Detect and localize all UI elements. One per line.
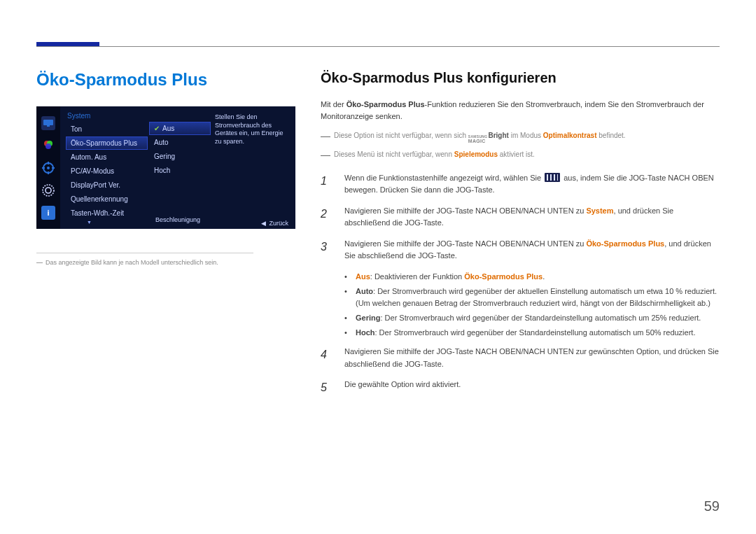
gear-icon (41, 183, 55, 197)
magic-top: SAMSUNG (468, 135, 488, 138)
step-text: Navigieren Sie mithilfe der JOG-Taste NA… (344, 205, 720, 230)
b1-key: Aus (356, 272, 370, 281)
s2-pre: Navigieren Sie mithilfe der JOG-Taste NA… (344, 206, 586, 215)
step-text: Wenn die Funktionstastenhilfe angezeigt … (344, 172, 720, 197)
svg-rect-1 (47, 125, 50, 127)
caption-rule (36, 253, 253, 253)
subsection-heading: Öko-Sparmodus Plus konfigurieren (321, 70, 720, 86)
b3-txt: : Der Stromverbrauch wird gegenüber der … (380, 314, 701, 322)
section-title: Öko-Sparmodus Plus (36, 70, 295, 90)
step-number: 3 (321, 238, 333, 262)
b4-key: Hoch (356, 328, 375, 337)
b2-txt: : Der Stromverbrauch wird gegenüber der … (356, 287, 717, 307)
s2-orange: System (586, 206, 613, 215)
samsung-magic-bright: SAMSUNGMAGICBright (468, 130, 509, 146)
osd-sub-label: Aus (162, 125, 174, 132)
bullet-dot: • (344, 327, 349, 339)
note1-pre: Diese Option ist nicht verfügbar, wenn s… (334, 132, 468, 139)
bullet-gering: •Gering: Der Stromverbrauch wird gegenüb… (344, 312, 720, 324)
osd-sub-item: Auto (149, 136, 211, 149)
step-4: 4 Navigieren Sie mithilfe der JOG-Taste … (321, 346, 720, 370)
colors-icon (41, 139, 55, 153)
note1-mid: im Modus (509, 132, 543, 139)
svg-point-6 (47, 167, 50, 169)
dash-icon: ― (321, 130, 330, 141)
osd-back-label: Zurück (269, 220, 288, 227)
osd-main: System Ton Öko-Sparmodus Plus Autom. Aus… (60, 106, 295, 229)
svg-point-11 (43, 185, 54, 196)
step-text: Navigieren Sie mithilfe der JOG-Taste NA… (344, 238, 720, 262)
note1-orange: Optimalkontrast (543, 132, 597, 139)
page-number: 59 (704, 498, 720, 514)
intro-pre: Mit der (321, 100, 346, 108)
osd-footer-left: Beschleunigung (155, 216, 200, 223)
arrow-left-icon: ◀ (261, 220, 266, 227)
step-3: 3 Navigieren Sie mithilfe der JOG-Taste … (321, 238, 720, 262)
osd-submenu: ✔ Aus Auto Gering Hoch (148, 106, 211, 229)
step-text: Navigieren Sie mithilfe der JOG-Taste NA… (344, 346, 720, 370)
bright-label: Bright (488, 130, 508, 141)
b1-key2: Öko-Sparmodus Plus (464, 272, 542, 281)
s3-pre: Navigieren Sie mithilfe der JOG-Taste NA… (344, 239, 586, 248)
s1-pre: Wenn die Funktionstastenhilfe angezeigt … (344, 174, 543, 182)
magic-label: SAMSUNGMAGIC (468, 135, 488, 146)
b1-mid: : Deaktivieren der Funktion (370, 272, 465, 281)
intro-text: Mit der Öko-Sparmodus Plus-Funktion redu… (321, 99, 720, 122)
osd-item-selected: Öko-Sparmodus Plus (66, 136, 148, 150)
osd-item: Autom. Aus (66, 150, 148, 164)
steps-list: 1 Wenn die Funktionstastenhilfe angezeig… (321, 172, 720, 398)
osd-menu: System Ton Öko-Sparmodus Plus Autom. Aus… (60, 106, 148, 229)
caption-text: Das angezeigte Bild kann je nach Modell … (46, 259, 218, 266)
info-icon: i (41, 206, 55, 220)
svg-rect-0 (43, 120, 53, 125)
bullet-dot: • (344, 286, 349, 309)
note2-post: aktiviert ist. (498, 150, 535, 158)
bullet-aus: •Aus: Deaktivieren der Funktion Öko-Spar… (344, 271, 720, 283)
bullet-dot: • (344, 271, 349, 283)
options-list: •Aus: Deaktivieren der Funktion Öko-Spar… (344, 271, 720, 339)
note2-orange: Spielemodus (454, 150, 498, 158)
page-content: Öko-Sparmodus Plus i System (0, 0, 756, 433)
b2-key: Auto (356, 287, 373, 295)
osd-sub-item-selected: ✔ Aus (149, 122, 211, 135)
b3-key: Gering (356, 314, 380, 322)
right-column: Öko-Sparmodus Plus konfigurieren Mit der… (321, 70, 720, 405)
image-caption: ―Das angezeigte Bild kann je nach Modell… (36, 259, 295, 266)
intro-bold: Öko-Sparmodus Plus (346, 100, 425, 108)
osd-item: Quellenerkennung (66, 192, 148, 206)
osd-item: Ton (66, 122, 148, 136)
osd-menu-title: System (66, 112, 148, 120)
step-1: 1 Wenn die Funktionstastenhilfe angezeig… (321, 172, 720, 197)
header-rule (36, 46, 720, 47)
note1-post: befindet. (596, 132, 625, 139)
bullet-hoch: •Hoch: Der Stromverbrauch wird gegenüber… (344, 327, 720, 339)
step-number: 1 (321, 172, 333, 197)
osd-sidebar: i (36, 106, 60, 229)
magic-bottom: MAGIC (468, 139, 486, 143)
dash-icon: ― (36, 259, 43, 266)
step-number: 5 (321, 379, 333, 397)
check-icon: ✔ (154, 125, 160, 132)
step-number: 2 (321, 205, 333, 230)
osd-screenshot: i System Ton Öko-Sparmodus Plus Autom. A… (36, 106, 295, 229)
b1-end: . (542, 272, 545, 281)
note-1: ―Diese Option ist nicht verfügbar, wenn … (321, 129, 720, 146)
step-text: Die gewählte Option wird aktiviert. (344, 379, 720, 397)
left-column: Öko-Sparmodus Plus i System (36, 70, 295, 405)
svg-point-12 (46, 188, 51, 193)
monitor-icon (41, 116, 55, 130)
svg-point-4 (46, 143, 51, 149)
osd-footer-right: ◀Zurück (261, 220, 288, 227)
dash-icon: ― (321, 149, 330, 160)
s3-orange: Öko-Sparmodus Plus (586, 239, 664, 248)
osd-sub-item: Hoch (149, 164, 211, 177)
step-number: 4 (321, 346, 333, 370)
osd-item: Tasten-Wdh.-Zeit (66, 206, 148, 220)
note2-pre: Dieses Menü ist nicht verfügbar, wenn (334, 150, 454, 158)
note-2: ―Dieses Menü ist nicht verfügbar, wenn S… (321, 148, 720, 162)
bullet-dot: • (344, 312, 349, 324)
osd-menu-icon (545, 173, 560, 182)
b4-txt: : Der Stromverbrauch wird gegenüber der … (375, 328, 696, 337)
caret-down-icon: ▼ (87, 220, 92, 225)
osd-item: PC/AV-Modus (66, 164, 148, 178)
